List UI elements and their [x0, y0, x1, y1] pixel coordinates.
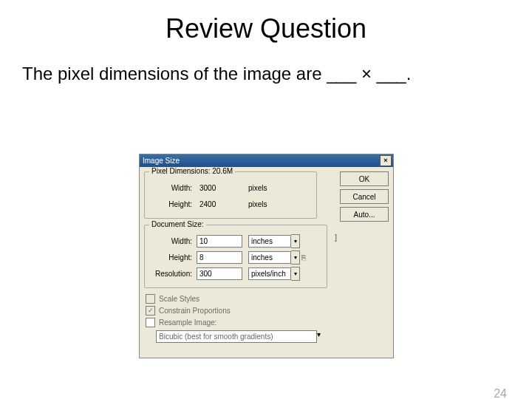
constrain-checkbox: ✓	[146, 306, 155, 316]
px-width-label: Width:	[149, 184, 192, 192]
resample-method-value: Bicubic (best for smooth gradients)	[156, 330, 317, 343]
constrain-label: Constrain Proportions	[159, 307, 231, 315]
doc-group-legend: Document Size:	[149, 220, 206, 228]
scale-styles-label: Scale Styles	[159, 295, 200, 303]
resolution-unit-value: pixels/inch	[248, 267, 291, 280]
constrain-link-icon: ]	[335, 233, 337, 242]
doc-height-unit-select[interactable]: inches ▾	[248, 250, 300, 265]
doc-height-unit-value: inches	[248, 251, 291, 264]
doc-width-label: Width:	[149, 237, 192, 245]
doc-height-label: Height:	[149, 253, 192, 262]
resolution-label: Resolution:	[149, 270, 192, 278]
doc-height-input[interactable]: 8	[197, 251, 242, 264]
px-height-value: 2400	[197, 200, 242, 209]
close-button[interactable]: ×	[380, 155, 392, 166]
doc-width-unit-value: inches	[248, 235, 291, 248]
doc-width-input[interactable]: 10	[197, 235, 242, 248]
pixel-dimensions-group: Pixel Dimensions: 20.6M Width: 3000 pixe…	[144, 171, 317, 219]
px-width-value: 3000	[197, 183, 242, 193]
resample-method-select[interactable]: Bicubic (best for smooth gradients) ▾	[156, 330, 389, 343]
auto-button[interactable]: Auto...	[340, 207, 389, 222]
image-size-dialog: Image Size × OK Cancel Auto... Pixel Dim…	[139, 154, 394, 358]
scale-styles-checkbox	[146, 294, 155, 304]
pixel-group-legend: Pixel Dimensions: 20.6M	[149, 167, 235, 175]
link-icon: ⎘	[301, 253, 306, 262]
question-text: The pixel dimensions of the image are __…	[22, 64, 532, 84]
resample-label: Resample Image:	[159, 318, 216, 327]
page-number: 24	[494, 387, 507, 399]
dialog-titlebar: Image Size ×	[140, 154, 393, 167]
chevron-down-icon: ▾	[291, 234, 300, 248]
document-size-group: Document Size: Width: 10 inches ▾ Height…	[144, 225, 327, 288]
resample-row: Resample Image:	[146, 318, 389, 327]
constrain-row: ✓ Constrain Proportions	[146, 306, 389, 316]
px-height-label: Height:	[149, 200, 192, 208]
resolution-unit-select[interactable]: pixels/inch ▾	[248, 267, 300, 281]
chevron-down-icon: ▾	[291, 250, 300, 265]
resample-checkbox[interactable]	[146, 318, 155, 327]
resolution-input[interactable]: 300	[197, 267, 242, 280]
scale-styles-row: Scale Styles	[146, 294, 389, 304]
doc-width-unit-select[interactable]: inches ▾	[248, 234, 300, 248]
chevron-down-icon: ▾	[291, 267, 300, 281]
px-height-unit: pixels	[248, 200, 300, 208]
px-width-unit: pixels	[248, 184, 300, 192]
dialog-title: Image Size	[143, 157, 180, 165]
cancel-button[interactable]: Cancel	[340, 189, 389, 204]
chevron-down-icon: ▾	[317, 330, 321, 343]
ok-button[interactable]: OK	[340, 171, 389, 186]
slide-title: Review Question	[0, 13, 532, 44]
